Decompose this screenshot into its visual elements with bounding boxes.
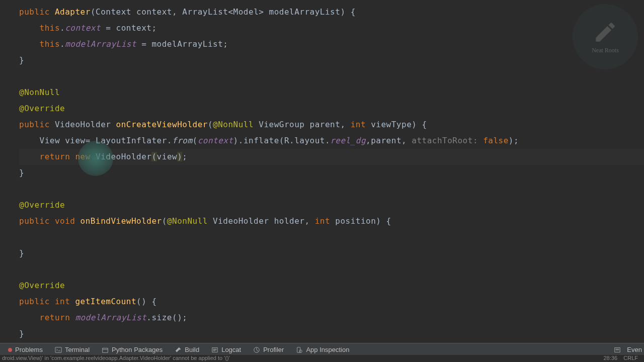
variable: view [157,152,178,161]
field: context [198,136,233,145]
tab-label: Python Packages [112,346,163,353]
watermark-text: Neat Roots [592,47,619,54]
svg-rect-0 [55,347,61,352]
brace: } [19,52,644,68]
profiler-icon [253,346,260,353]
svg-rect-1 [103,348,108,352]
signature: (Context context, ArrayList<Model> model… [91,7,356,17]
svg-rect-4 [297,347,300,352]
field: context [65,23,101,33]
keyword: public [19,7,50,17]
annotation: @Override [19,200,65,210]
line-separator[interactable]: CRLF [623,355,638,361]
hammer-icon [175,346,182,353]
tab-label: Build [185,346,199,353]
annotation: @NonNull [213,120,254,129]
keyword: public [19,297,50,306]
tab-label: Logcat [221,346,241,353]
method-name: onBindViewHolder [80,216,162,226]
svg-point-5 [299,350,302,352]
pencil-icon [590,20,620,45]
keyword: public [19,216,50,226]
event-log-icon[interactable] [614,346,621,353]
error-message: droid.view.View)' in 'com.example.reelvi… [2,355,230,361]
keyword: false [478,136,509,145]
annotation: @Override [19,104,65,113]
brace: } [19,165,644,181]
cursor-position[interactable]: 28:36 [604,355,618,361]
inspection-icon [296,346,303,353]
python-packages-tab[interactable]: Python Packages [96,346,169,353]
build-tab[interactable]: Build [169,346,205,353]
profiler-tab[interactable]: Profiler [247,346,290,353]
terminal-tab[interactable]: Terminal [49,346,96,353]
keyword: new [75,152,90,161]
keyword: int [351,120,366,129]
paren: ) [177,152,182,161]
keyword: return [19,313,75,322]
constructor-name: Adapter [55,7,91,17]
keyword: this [40,39,60,49]
annotation: @NonNull [19,87,60,97]
method-name: onCreateViewHolder [116,120,208,129]
tab-label: Profiler [263,346,284,353]
field: modelArrayList [75,313,146,322]
brace: } [19,326,644,342]
param-hint: attachToRoot: [412,136,478,145]
package-icon [102,346,109,353]
status-bar: droid.view.View)' in 'com.example.reelvi… [0,355,644,362]
watermark-badge: Neat Roots [573,4,638,69]
field: modelArrayList [65,39,136,49]
variable: view [65,136,86,145]
problems-tab[interactable]: Problems [2,346,49,353]
method-name: getItemCount [75,297,136,306]
resource: reel_dg [330,136,366,145]
event-log-label[interactable]: Even [627,346,642,353]
tab-label: App Inspection [306,346,349,353]
static-method: from [172,136,193,145]
keyword: this [40,23,60,33]
app-inspection-tab[interactable]: App Inspection [290,346,355,353]
annotation: @Override [19,281,65,290]
brace: } [19,245,644,261]
keyword: int [315,216,330,226]
logcat-icon [211,346,218,353]
keyword: return [19,152,75,161]
keyword: int [50,297,75,306]
tab-label: Terminal [65,346,90,353]
code-editor[interactable]: public Adapter(Context context, ArrayLis… [0,0,644,342]
keyword: public [19,120,50,129]
keyword: void [50,216,80,226]
tab-label: Problems [15,346,43,353]
error-icon [8,348,12,352]
annotation: @NonNull [167,216,208,226]
terminal-icon [55,346,62,353]
logcat-tab[interactable]: Logcat [205,346,247,353]
paren: ( [151,152,156,161]
bottom-toolbar: Problems Terminal Python Packages Build … [0,343,644,356]
